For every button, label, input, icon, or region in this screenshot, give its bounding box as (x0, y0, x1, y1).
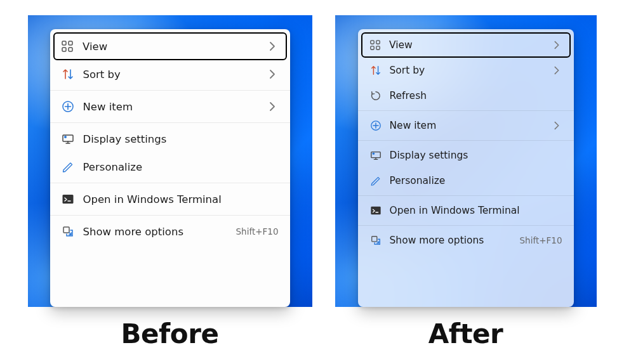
menu-item-view[interactable]: View (53, 32, 287, 60)
display-settings-icon (62, 133, 74, 145)
menu-shortcut: Shift+F10 (236, 226, 279, 237)
chevron-right-icon (551, 39, 562, 51)
show-more-icon (62, 225, 74, 238)
menu-item-label: View (389, 39, 551, 51)
context-menu-before: View Sort by New item Display se (50, 29, 290, 307)
menu-item-label: Display settings (83, 133, 279, 145)
menu-item-label: Open in Windows Terminal (83, 193, 279, 205)
menu-item-label: New item (390, 120, 551, 131)
refresh-icon (369, 89, 382, 102)
menu-item-sort-by[interactable]: Sort by (53, 60, 287, 88)
menu-item-label: Open in Windows Terminal (390, 205, 562, 216)
new-item-icon (62, 100, 74, 113)
menu-item-personalize[interactable]: Personalize (53, 153, 287, 181)
menu-item-show-more[interactable]: Show more options Shift+F10 (53, 218, 287, 245)
menu-item-label: Personalize (83, 161, 279, 173)
menu-item-label: Display settings (390, 150, 562, 161)
view-icon (369, 39, 382, 51)
menu-item-label: View (83, 41, 266, 53)
display-settings-icon (369, 149, 382, 162)
menu-item-open-terminal[interactable]: Open in Windows Terminal (361, 198, 571, 223)
separator (50, 122, 290, 123)
before-column: View Sort by New item Display se (28, 15, 312, 349)
before-label: Before (121, 318, 219, 349)
menu-item-new[interactable]: New item (361, 113, 571, 138)
context-menu-after: View Sort by Refresh New item (358, 29, 574, 307)
chevron-right-icon (266, 100, 279, 113)
menu-item-show-more[interactable]: Show more options Shift+F10 (361, 228, 571, 253)
menu-item-label: New item (83, 101, 266, 113)
after-label: After (428, 318, 503, 349)
view-icon (61, 40, 74, 53)
personalize-icon (62, 160, 74, 173)
chevron-right-icon (266, 68, 279, 81)
menu-item-label: Sort by (83, 68, 266, 81)
menu-item-personalize[interactable]: Personalize (361, 168, 571, 193)
menu-item-display-settings[interactable]: Display settings (361, 143, 571, 168)
menu-item-label: Show more options (390, 235, 520, 246)
menu-item-sort-by[interactable]: Sort by (361, 58, 571, 83)
separator (358, 140, 574, 141)
separator (358, 195, 574, 196)
before-wallpaper: View Sort by New item Display se (28, 15, 312, 307)
menu-item-label: Show more options (83, 226, 236, 238)
new-item-icon (369, 119, 382, 132)
separator (50, 90, 290, 91)
show-more-icon (369, 234, 382, 247)
terminal-icon (369, 204, 382, 217)
menu-item-open-terminal[interactable]: Open in Windows Terminal (53, 185, 287, 213)
after-column: View Sort by Refresh New item (335, 15, 597, 349)
separator (358, 110, 574, 111)
after-wallpaper: View Sort by Refresh New item (335, 15, 597, 307)
personalize-icon (369, 174, 382, 187)
menu-item-label: Sort by (390, 65, 551, 76)
menu-item-view[interactable]: View (361, 32, 571, 58)
separator (358, 225, 574, 226)
menu-item-label: Personalize (390, 175, 562, 186)
menu-item-display-settings[interactable]: Display settings (53, 125, 287, 153)
sort-icon (62, 68, 74, 81)
menu-item-refresh[interactable]: Refresh (361, 83, 571, 108)
separator (50, 183, 290, 183)
chevron-right-icon (551, 65, 562, 76)
menu-shortcut: Shift+F10 (520, 235, 562, 245)
menu-item-new[interactable]: New item (53, 93, 287, 120)
terminal-icon (62, 193, 74, 205)
menu-item-label: Refresh (390, 90, 562, 101)
chevron-right-icon (266, 40, 279, 53)
sort-icon (369, 64, 382, 77)
separator (50, 215, 290, 216)
chevron-right-icon (551, 120, 562, 131)
